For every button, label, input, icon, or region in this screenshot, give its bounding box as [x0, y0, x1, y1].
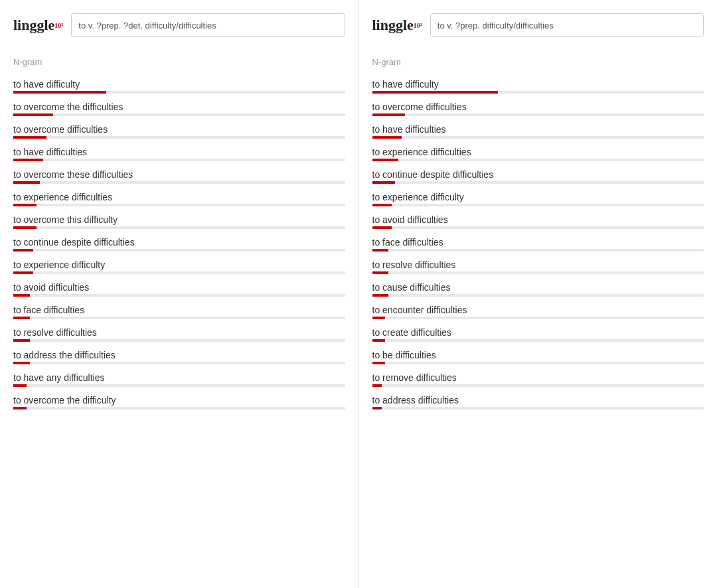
left-logo-text: linggle [13, 17, 54, 34]
ngram-text: to experience difficulties [13, 189, 345, 204]
ngram-text: to overcome this difficulty [13, 212, 345, 226]
list-item[interactable]: to avoid difficulties [372, 212, 704, 229]
left-ngram-label: N-gram [13, 57, 345, 67]
list-item[interactable]: to have difficulty [13, 76, 345, 94]
bar-container [13, 159, 345, 161]
bar-container [13, 204, 345, 206]
right-ngram-label: N-gram [372, 57, 704, 67]
list-item[interactable]: to experience difficulty [372, 189, 704, 206]
bar-container [372, 294, 704, 297]
list-item[interactable]: to remove difficulties [372, 370, 704, 387]
bar-container [372, 91, 704, 94]
bar-fill [372, 181, 396, 184]
list-item[interactable]: to experience difficulties [372, 144, 704, 161]
bar-container [13, 339, 345, 342]
ngram-text: to experience difficulties [372, 144, 704, 159]
ngram-text: to be difficulties [372, 347, 704, 362]
list-item[interactable]: to overcome the difficulties [13, 99, 345, 116]
list-item[interactable]: to resolve difficulties [372, 257, 704, 274]
bar-container [372, 249, 704, 252]
right-logo: linggle10² [372, 17, 422, 34]
left-search-input[interactable] [71, 13, 345, 37]
bar-fill [372, 384, 382, 387]
bar-fill [13, 226, 37, 229]
list-item[interactable]: to have difficulties [372, 121, 704, 139]
ngram-text: to encounter difficulties [372, 302, 704, 317]
ngram-text: to avoid difficulties [372, 212, 704, 226]
main-container: linggle10² N-gram to have difficulty to … [0, 0, 717, 588]
bar-container [372, 181, 704, 184]
left-logo: linggle10² [13, 17, 63, 34]
bar-container [13, 136, 345, 139]
bar-fill [13, 317, 30, 319]
ngram-text: to create difficulties [372, 325, 704, 339]
list-item[interactable]: to have difficulty [372, 76, 704, 94]
bar-fill [372, 136, 402, 139]
right-ngram-list: to have difficulty to overcome difficult… [372, 76, 704, 409]
list-item[interactable]: to overcome the difficulty [13, 392, 345, 409]
right-panel: linggle10² N-gram to have difficulty to … [359, 0, 718, 588]
bar-fill [372, 407, 382, 409]
bar-fill [372, 204, 392, 206]
bar-fill [372, 294, 389, 297]
bar-fill [372, 271, 389, 274]
list-item[interactable]: to avoid difficulties [13, 279, 345, 297]
list-item[interactable]: to overcome these difficulties [13, 167, 345, 184]
bar-fill [13, 91, 106, 94]
bar-fill [13, 181, 40, 184]
list-item[interactable]: to address the difficulties [13, 347, 345, 364]
right-search-input[interactable] [430, 13, 704, 37]
ngram-text: to continue despite difficulties [372, 167, 704, 181]
list-item[interactable]: to overcome this difficulty [13, 212, 345, 229]
ngram-text: to resolve difficulties [13, 325, 345, 339]
list-item[interactable]: to face difficulties [13, 302, 345, 319]
list-item[interactable]: to experience difficulties [13, 189, 345, 206]
bar-fill [13, 271, 33, 274]
bar-fill [372, 339, 386, 342]
bar-container [372, 136, 704, 139]
left-logo-sup: 10² [54, 22, 63, 29]
ngram-text: to experience difficulty [372, 189, 704, 204]
left-header: linggle10² [13, 13, 345, 44]
bar-container [13, 226, 345, 229]
list-item[interactable]: to continue despite difficulties [372, 167, 704, 184]
ngram-text: to have difficulties [13, 144, 345, 159]
list-item[interactable]: to encounter difficulties [372, 302, 704, 319]
list-item[interactable]: to face difficulties [372, 234, 704, 252]
bar-fill [372, 113, 406, 116]
list-item[interactable]: to have any difficulties [13, 370, 345, 387]
bar-container [13, 181, 345, 184]
bar-container [372, 362, 704, 364]
list-item[interactable]: to resolve difficulties [13, 325, 345, 342]
list-item[interactable]: to cause difficulties [372, 279, 704, 297]
list-item[interactable]: to have difficulties [13, 144, 345, 161]
list-item[interactable]: to continue despite difficulties [13, 234, 345, 252]
bar-fill [13, 113, 53, 116]
list-item[interactable]: to experience difficulty [13, 257, 345, 274]
bar-container [13, 317, 345, 319]
bar-container [13, 249, 345, 252]
bar-container [372, 339, 704, 342]
ngram-text: to avoid difficulties [13, 279, 345, 294]
list-item[interactable]: to be difficulties [372, 347, 704, 364]
bar-fill [372, 159, 399, 161]
ngram-text: to have difficulties [372, 121, 704, 136]
list-item[interactable]: to create difficulties [372, 325, 704, 342]
bar-fill [13, 407, 27, 409]
ngram-text: to overcome the difficulty [13, 392, 345, 407]
bar-container [372, 113, 704, 116]
bar-container [13, 91, 345, 94]
bar-fill [372, 226, 392, 229]
ngram-text: to continue despite difficulties [13, 234, 345, 249]
bar-fill [372, 362, 386, 364]
list-item[interactable]: to overcome difficulties [13, 121, 345, 139]
list-item[interactable]: to address difficulties [372, 392, 704, 409]
list-item[interactable]: to overcome difficulties [372, 99, 704, 116]
ngram-text: to remove difficulties [372, 370, 704, 384]
bar-fill [13, 362, 30, 364]
bar-container [13, 294, 345, 297]
right-logo-sup: 10² [414, 22, 422, 29]
bar-container [13, 271, 345, 274]
left-ngram-list: to have difficulty to overcome the diffi… [13, 76, 345, 409]
bar-container [372, 317, 704, 319]
